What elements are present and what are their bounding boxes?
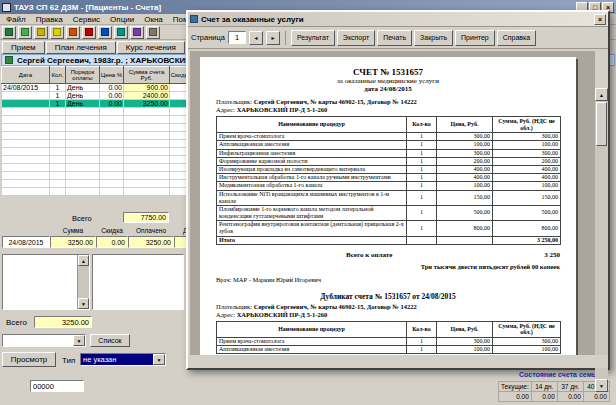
grid-header-cell[interactable]: Порядок оплаты <box>66 67 100 84</box>
menu-item[interactable]: Сервис <box>73 15 100 24</box>
green-document-icon <box>5 28 13 36</box>
toolbar-button[interactable] <box>18 26 32 39</box>
grid-cell: День <box>66 100 100 108</box>
preview-close-icon[interactable]: × <box>594 14 606 25</box>
category-combobox[interactable]: ▼ <box>2 334 86 347</box>
grid-cell <box>100 132 124 140</box>
toolbar-button[interactable] <box>114 26 128 39</box>
grid-cell <box>66 116 100 124</box>
type-combobox[interactable]: не указан ▼ <box>80 353 166 366</box>
invoice-row: Инфильтрационная анестезия1300,00300,00 <box>217 149 561 157</box>
preview-toolbar-button[interactable]: Закрыть <box>414 30 453 46</box>
qty-cell: 1 <box>407 133 437 141</box>
grid-row-empty <box>2 180 206 188</box>
list-button[interactable]: Список <box>90 334 130 347</box>
detail-list-2[interactable] <box>92 254 184 310</box>
grid-cell: 1 <box>50 100 66 108</box>
detail-list[interactable]: ▲ ▼ <box>2 254 90 310</box>
toolbar-button[interactable] <box>146 26 160 39</box>
preview-toolbar-button[interactable]: Печать <box>377 30 412 46</box>
toolbar-button[interactable] <box>98 26 112 39</box>
grid-cell <box>66 188 100 196</box>
grid-cell <box>100 164 124 172</box>
invoice-row: Прием врача-стоматолога1300,00300,00 <box>217 133 561 141</box>
vertical-scrollbar[interactable]: ▲ ▼ <box>595 88 608 392</box>
prev-page-icon[interactable]: ◄ <box>249 31 263 45</box>
qty-cell: 1 <box>407 141 437 149</box>
preview-toolbar-button[interactable]: Принтер <box>455 30 495 46</box>
vertical-scrollbar-thumb[interactable] <box>596 102 607 146</box>
grid-cell <box>2 148 50 156</box>
preview-titlebar[interactable]: Счет за оказанные услуги × <box>188 12 608 27</box>
address-label: Адрес: <box>216 106 235 113</box>
preview-button[interactable]: Просмотр <box>2 352 56 367</box>
chevron-down-icon[interactable]: ▼ <box>153 354 165 365</box>
menu-item[interactable]: Правка <box>36 15 63 24</box>
invoice-date: дата 24/08/2015 <box>216 85 560 93</box>
scroll-up-icon[interactable]: ▲ <box>78 255 89 266</box>
scroll-down-icon[interactable]: ▼ <box>78 298 89 309</box>
grid-cell <box>2 108 50 116</box>
grid-header-cell[interactable]: Кол. <box>50 67 66 84</box>
invoice-document: СЧЕТ № 1531657 за оказанные медицинские … <box>200 57 576 354</box>
invoice-row: Рентгенография внутриротовая контактная … <box>217 221 561 236</box>
invoice-col-header: Наименование процедур <box>217 321 407 337</box>
toolbar-button[interactable] <box>130 26 144 39</box>
sum-cell: 100,00 <box>493 141 561 149</box>
toolbar-button[interactable] <box>2 26 16 39</box>
code-field[interactable]: 00000 <box>30 380 84 392</box>
menu-item[interactable]: Файл <box>6 15 26 24</box>
grid-row[interactable]: 24/08/20151День0.00900.00 <box>2 84 206 92</box>
toolbar-button[interactable] <box>50 26 64 39</box>
invoice-row: Формирование кариозной полости1200,00200… <box>217 157 561 165</box>
yellow-folder-icon <box>37 28 45 36</box>
procedure-name-cell: Медикаментозная обработка 1-го канала <box>217 182 407 190</box>
grid-cell <box>50 180 66 188</box>
grid-header-cell[interactable]: Цена % <box>100 67 124 84</box>
grid-cell <box>2 172 50 180</box>
chevron-down-icon[interactable]: ▼ <box>73 335 85 346</box>
price-cell: 400,00 <box>437 174 493 182</box>
grid-cell <box>124 164 170 172</box>
address-label: Адрес: <box>216 311 235 318</box>
detail-list-scrollbar[interactable]: ▲ ▼ <box>77 255 89 309</box>
document-area: СЧЕТ № 1531657 за оказанные медицинские … <box>190 51 595 355</box>
invoice-row: Медикаментозная обработка 1-го канала110… <box>217 182 561 190</box>
grid-header-cell[interactable]: Дата <box>2 67 50 84</box>
preview-window: Счет за оказанные услуги × Страница 1 ◄ … <box>186 10 610 370</box>
preview-toolbar-button[interactable]: Экспорт <box>337 30 375 46</box>
invoice-row: Пломбирование 1-го корневого канала мето… <box>217 205 561 220</box>
grid-cell <box>100 140 124 148</box>
toolbar-button[interactable] <box>82 26 96 39</box>
grid-header-cell[interactable]: Сумма счета Руб. <box>124 67 170 84</box>
preview-toolbar-button[interactable]: Справка <box>497 30 536 46</box>
tab-item[interactable]: Курс лечения <box>117 41 185 54</box>
toolbar-button[interactable] <box>34 26 48 39</box>
invoice-total-value: 3 250,00 <box>493 236 561 244</box>
scroll-up-icon[interactable]: ▲ <box>595 88 608 101</box>
toolbar-button[interactable] <box>66 26 80 39</box>
grid-row[interactable]: 1День0.002400.00 <box>2 92 206 100</box>
qty-cell: 1 <box>407 346 437 354</box>
invoice-subtitle: за оказанные медицинские услуги <box>216 77 560 85</box>
amount-in-words: Три тысячи двести пятьдесят рублей 00 ко… <box>216 263 560 270</box>
sum-cell: 150,00 <box>493 190 561 205</box>
family-header-row: Текущие:14 дн.37 дн.40 дн. <box>499 382 610 392</box>
menu-item[interactable]: Окна <box>144 15 163 24</box>
tab-item[interactable]: План лечения <box>46 41 116 54</box>
payer-label: Плательщик: <box>216 303 252 310</box>
grid-row[interactable]: 1День0.003250.00 <box>2 100 206 108</box>
payer-line-duplicate: Плательщик: Сергей Сергеевич, № карты 46… <box>216 303 560 310</box>
grid-cell <box>50 164 66 172</box>
doctor-value: МАР - Маркин Юрий Игоревич <box>233 276 321 283</box>
tab-item[interactable]: Прием <box>2 41 45 54</box>
scroll-down-icon[interactable]: ▼ <box>595 379 608 392</box>
app-icon <box>2 3 11 12</box>
next-page-icon[interactable]: ► <box>266 31 280 45</box>
preview-toolbar-button[interactable]: Результат <box>291 30 335 46</box>
menu-item[interactable]: Опции <box>110 15 134 24</box>
page-number-input[interactable]: 1 <box>228 31 246 44</box>
grid-cell <box>100 124 124 132</box>
address-value: ХАРЬКОВСКИЙ ПР-Д 5-1-260 <box>237 106 328 113</box>
grid-cell <box>100 180 124 188</box>
